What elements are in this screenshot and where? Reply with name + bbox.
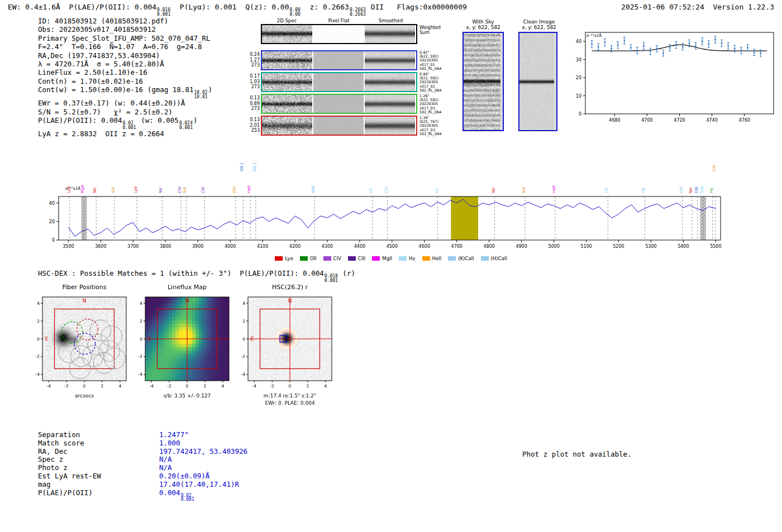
y-tick-label: 0 [140, 337, 142, 342]
legend-swatch [348, 256, 356, 261]
y-tick-label: -4 [241, 372, 246, 377]
legend-label: OII [310, 256, 317, 261]
clean-image-canvas [519, 33, 554, 130]
emission-line-marker: H2 [435, 188, 439, 240]
data-point [630, 47, 632, 49]
twod-row-stats: 0.132.01253 [249, 117, 260, 133]
emission-line-marker: CIII [201, 187, 206, 240]
y-tick-label: 2 [140, 319, 142, 324]
stat-line: 273 [249, 84, 260, 90]
stat-line: 253 [249, 128, 260, 133]
emission-line-marker: NV [689, 188, 693, 240]
hsc-mag-caption: m:17.4 re:1.5" s:1.2" [237, 393, 343, 399]
stat-line: 0.17 [249, 74, 260, 79]
text-segment: LyA z = 2.8832 OII z = 0.2664 [38, 130, 164, 138]
marker-label: Hδ [604, 188, 609, 193]
x-tick-label: 4200 [289, 244, 301, 249]
data-point [675, 44, 677, 46]
marker-label: SiII [522, 187, 526, 193]
text-segment: 197.742417, 53.403926 [159, 447, 247, 456]
uncertainty-range: 18.8218.81 [194, 90, 207, 99]
match-field-value: 0.0040.020.001 [159, 489, 195, 502]
uncertainty-range: 0.0160.001 [157, 8, 170, 16]
full-spectrum-plot: LyαMgIINVSiIILyαNVCIVSiIICIIIOVIOII }HeI… [34, 150, 754, 261]
text-segment: P(Lyα): 0.001 Q(z): 0.00 [171, 3, 289, 11]
emission-line-marker: HeII [247, 185, 251, 240]
match-field-label: P(LAE)/P(OII) [38, 489, 159, 502]
compass-east-label: E [251, 336, 254, 342]
info-line: λ = 4720.71Å σ = 5.40(±2.80)Å [38, 60, 212, 68]
data-points [591, 36, 762, 56]
legend-swatch [481, 256, 489, 261]
fiber-circle [59, 342, 80, 363]
data-point [689, 42, 690, 44]
stat-line: 0.13 [249, 117, 260, 123]
weighted-sum-line: Sum [419, 30, 441, 35]
x-tick-label: 5300 [645, 244, 656, 249]
data-point [727, 45, 729, 47]
emission-line-marker: Hβ [641, 188, 646, 240]
text-segment: LineFlux = 2.50(±1.10)e-16 [38, 68, 147, 76]
header-timestamp: 2025-01-06 07:52:24 Version 1.22.3 [621, 3, 774, 11]
text-segment: 17.40(17.40,17.41)R [159, 480, 239, 488]
text-segment: Cont(n) = 1.70(±0.02)e-16 [38, 77, 143, 85]
marker-label: Lyα [133, 186, 138, 193]
compass-north-label: N [185, 298, 189, 304]
y-tick-label: 0 [37, 337, 40, 342]
info-line: Cont(n) = 1.70(±0.02)e-16 [38, 77, 212, 85]
x-tick-label: 5400 [678, 244, 689, 249]
match-field-value: 197.742417, 53.403926 [159, 448, 247, 456]
x-tick-label: 4 [118, 384, 121, 389]
text-segment: ID: 4018503912 (4018503912.pdf) [38, 17, 168, 25]
x-tick-label: 2 [204, 384, 207, 389]
data-point [591, 44, 593, 45]
data-point [617, 44, 619, 46]
legend-item: CIV [323, 256, 341, 261]
stat-line: 1.03 [249, 79, 260, 85]
plot-frame [42, 297, 126, 381]
x-tick-label: 3800 [160, 244, 171, 249]
marker-label: OII } [240, 162, 244, 171]
text-segment: Primary Spec_Slot_IFU_AMP: 502_070_047_R… [38, 34, 211, 42]
marker-label: CIII [201, 187, 206, 193]
y-tick-label: 20 [576, 75, 581, 80]
text-segment: 1.2477" [159, 430, 189, 439]
elixer-report-page: EW: 0.4±1.6Å P(LAE)/P(OII): 0.0040.0160.… [0, 0, 782, 532]
twod-row [261, 116, 417, 136]
info-line: P(LAE)/P(OII): 0.0040.020.001 (w: 0.0050… [38, 116, 212, 130]
emission-line-marker: OII } [252, 162, 257, 240]
x-tick-label: 4400 [354, 244, 365, 249]
match-field-value: 17.40(17.40,17.41)R [159, 481, 239, 489]
x-tick-label: 0 [186, 384, 189, 389]
data-point [734, 48, 736, 50]
stat-line: 1.27 [249, 57, 260, 63]
y-axis-unit-label: e⁻¹⁷x2Å [65, 186, 80, 191]
uncertainty-range: 0.0240.001 [179, 121, 193, 130]
photz-note: Phot z plot not available. [522, 450, 632, 458]
x-tick-label: -2 [64, 384, 69, 389]
weighted-sum-label: WeightedSum [419, 25, 441, 35]
text-segment: N/A [159, 463, 172, 472]
with-sky-title: With Sky [459, 19, 507, 25]
text-segment: F=2.4" T=0.166 N̄=1.07 A=0.76 g=24.8 [38, 42, 202, 51]
spectrum-legend: LyαOIICIVCIIIMgIIHγHeII(K)CaII(H)CaII [0, 252, 782, 263]
data-point [714, 39, 716, 41]
y-tick-label: 40 [576, 39, 581, 44]
legend-item: (H)CaII [481, 256, 507, 261]
x-tick-label: 3900 [192, 244, 203, 249]
legend-swatch [275, 256, 283, 261]
emission-line-marker: Hγ [709, 188, 714, 240]
match-table: Separation1.2477"Match score1.000RA, Dec… [38, 431, 247, 502]
hsc-ewr-caption: EWr: 0. PLAE: 0.004 [237, 400, 343, 406]
twod-row-canvas [262, 73, 312, 91]
legend-swatch [372, 256, 380, 261]
x-tick-label: 4700 [451, 244, 462, 249]
stat-line: 273 [249, 63, 260, 68]
text-segment: RA,Dec (197.741837,53.403904) [38, 51, 160, 60]
x-tick-label: -4 [46, 384, 51, 389]
x-tick-label: -2 [270, 384, 274, 389]
legend-item: Hγ [399, 256, 415, 261]
lineflux-sb-caption: s/b: 3.35 +/- 0.127 [134, 393, 240, 399]
match-field-label: Match score [38, 439, 159, 448]
clean-image-box [518, 32, 557, 131]
